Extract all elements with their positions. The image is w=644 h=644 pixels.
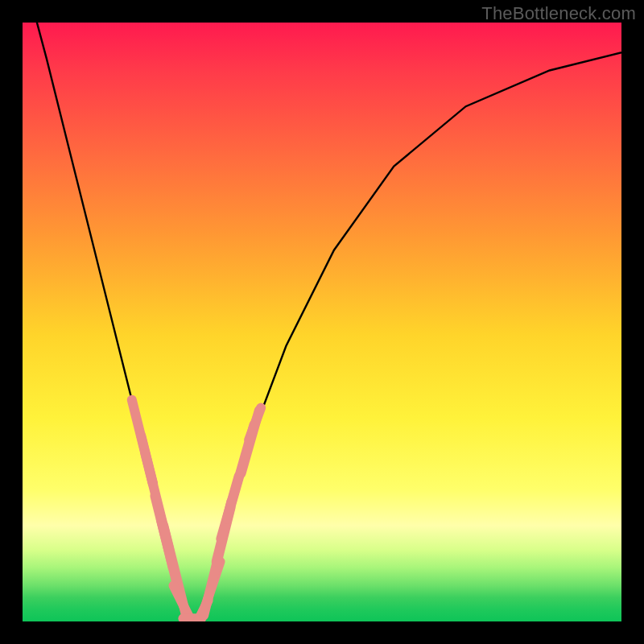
outer-frame: TheBottleneck.com	[0, 0, 644, 644]
overlay-segments-group	[132, 400, 261, 621]
bottleneck-curve	[23, 23, 621, 621]
chart-svg	[23, 23, 621, 621]
plot-area	[23, 23, 621, 621]
overlay-segment	[249, 408, 261, 440]
watermark-text: TheBottleneck.com	[481, 3, 636, 24]
